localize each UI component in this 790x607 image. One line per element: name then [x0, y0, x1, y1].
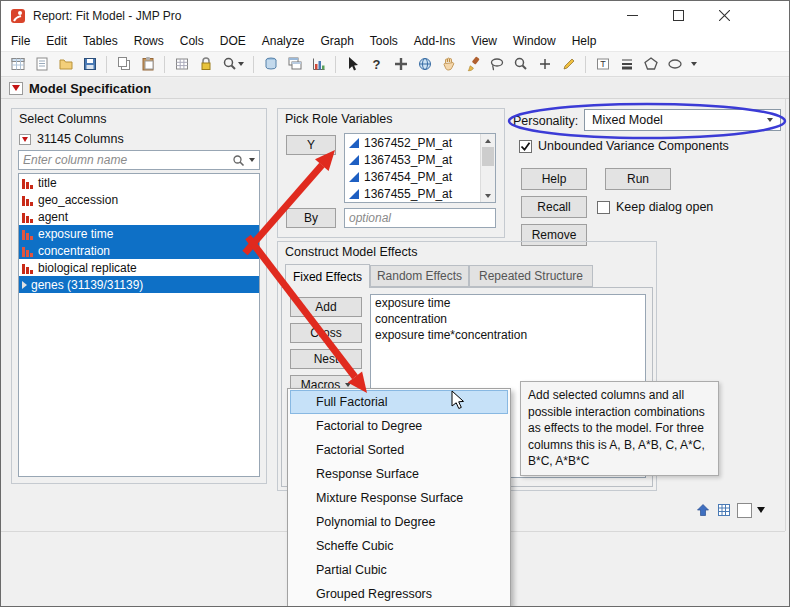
search-icon[interactable]	[218, 54, 248, 75]
minimize-button[interactable]	[609, 1, 655, 29]
menu-add-ins[interactable]: Add-Ins	[406, 32, 463, 50]
effect-item[interactable]: exposure time*concentration	[371, 327, 645, 343]
menu-window[interactable]: Window	[505, 32, 564, 50]
menu-item-mixture-response-surface[interactable]: Mixture Response Surface	[290, 486, 508, 510]
scroll-up-arrow-icon[interactable]	[481, 134, 495, 147]
by-input[interactable]	[345, 211, 495, 225]
brush-tool-icon[interactable]	[461, 54, 484, 75]
tab-repeated-structure[interactable]: Repeated Structure	[469, 265, 593, 287]
menu-doe[interactable]: DOE	[212, 32, 254, 50]
new-journal-icon[interactable]	[30, 54, 53, 75]
page-title: Model Specification	[29, 81, 151, 96]
scroll-to-top-icon[interactable]	[695, 502, 711, 518]
menu-help[interactable]: Help	[564, 32, 605, 50]
column-search-input[interactable]	[19, 153, 228, 167]
effect-item[interactable]: exposure time	[371, 295, 645, 311]
column-item-biological-replicate[interactable]: biological replicate	[19, 259, 259, 276]
search-dropdown-icon[interactable]	[238, 62, 244, 66]
disclosure-icon[interactable]	[9, 82, 23, 95]
lock-icon[interactable]	[194, 54, 217, 75]
tab-fixed-effects[interactable]: Fixed Effects	[285, 264, 370, 288]
run-button[interactable]: Run	[605, 168, 671, 190]
scroll-down-arrow-icon[interactable]	[481, 189, 495, 202]
arrow-tool-icon[interactable]	[341, 54, 364, 75]
crosshair-tool-icon[interactable]	[389, 54, 412, 75]
add-button[interactable]: Add	[290, 297, 362, 317]
maximize-button[interactable]	[655, 1, 701, 29]
menu-item-response-surface[interactable]: Response Surface	[290, 462, 508, 486]
y-variable-item[interactable]: 1367453_PM_at	[345, 151, 495, 168]
text-tool-icon[interactable]: T	[591, 54, 614, 75]
menu-item-grouped-regressors[interactable]: Grouped Regressors	[290, 582, 508, 606]
column-item-genes[interactable]: genes (31139/31139)	[19, 276, 259, 293]
zoom-tool-icon[interactable]	[509, 54, 532, 75]
plus-tool-icon[interactable]	[533, 54, 556, 75]
open-icon[interactable]	[54, 54, 77, 75]
graph-builder-icon[interactable]	[307, 54, 330, 75]
y-variable-item[interactable]: 1367454_PM_at	[345, 168, 495, 185]
menu-analyze[interactable]: Analyze	[254, 32, 313, 50]
help-tool-icon[interactable]: ?	[365, 54, 388, 75]
unbounded-variance-checkbox[interactable]	[519, 140, 532, 153]
search-filter-dropdown-icon[interactable]	[249, 158, 255, 162]
scrollbar-thumb[interactable]	[482, 147, 494, 166]
shape-tool-icon[interactable]	[639, 54, 662, 75]
nest-button[interactable]: Nest	[290, 349, 362, 369]
database-icon[interactable]	[259, 54, 282, 75]
help-button[interactable]: Help	[521, 168, 587, 190]
statusbar-dropdown-icon[interactable]	[757, 507, 765, 513]
toolbar-overflow-icon[interactable]	[687, 54, 701, 75]
paste-icon[interactable]	[136, 54, 159, 75]
y-variables-list[interactable]: 1367452_PM_at 1367453_PM_at 1367454_PM_a…	[344, 133, 496, 203]
y-list-scrollbar[interactable]	[480, 134, 495, 202]
window-list-icon[interactable]	[283, 54, 306, 75]
menu-item-scheffe-cubic[interactable]: Scheffe Cubic	[290, 534, 508, 558]
recall-button[interactable]: Recall	[521, 196, 587, 218]
menu-item-partial-cubic[interactable]: Partial Cubic	[290, 558, 508, 582]
by-role-button[interactable]: By	[286, 208, 336, 228]
menu-edit[interactable]: Edit	[38, 32, 75, 50]
preview-swatch[interactable]	[737, 503, 752, 518]
menu-cols[interactable]: Cols	[172, 32, 212, 50]
column-item-agent[interactable]: agent	[19, 208, 259, 225]
column-item-exposure-time[interactable]: exposure time	[19, 225, 259, 242]
globe-tool-icon[interactable]	[413, 54, 436, 75]
column-item-concentration[interactable]: concentration	[19, 242, 259, 259]
construct-model-effects-title: Construct Model Effects	[285, 245, 417, 259]
menu-rows[interactable]: Rows	[126, 32, 172, 50]
jmp-window: Report: Fit Model - JMP Pro File Edit Ta…	[0, 0, 790, 607]
effect-item[interactable]: concentration	[371, 311, 645, 327]
cross-button[interactable]: Cross	[290, 323, 362, 343]
keep-dialog-open-checkbox[interactable]	[597, 201, 610, 214]
oval-tool-icon[interactable]	[663, 54, 686, 75]
menu-item-polynomial-to-degree[interactable]: Polynomial to Degree	[290, 510, 508, 534]
close-button[interactable]	[701, 1, 747, 29]
menu-item-factorial-sorted[interactable]: Factorial Sorted	[290, 438, 508, 462]
y-role-button[interactable]: Y	[286, 135, 336, 155]
menu-item-factorial-to-degree[interactable]: Factorial to Degree	[290, 414, 508, 438]
y-variable-item[interactable]: 1367452_PM_at	[345, 134, 495, 151]
y-variable-item[interactable]: 1367455_PM_at	[345, 185, 495, 202]
menu-tables[interactable]: Tables	[75, 32, 126, 50]
menu-file[interactable]: File	[3, 32, 38, 50]
tab-random-effects[interactable]: Random Effects	[370, 265, 469, 287]
grid-icon[interactable]	[170, 54, 193, 75]
menu-item-full-factorial[interactable]: Full Factorial	[290, 390, 508, 414]
hand-tool-icon[interactable]	[437, 54, 460, 75]
line-style-tool-icon[interactable]	[615, 54, 638, 75]
lasso-tool-icon[interactable]	[485, 54, 508, 75]
columns-list[interactable]: title geo_accession agent exposure time …	[18, 173, 260, 477]
column-item-title[interactable]: title	[19, 174, 259, 191]
menu-view[interactable]: View	[463, 32, 505, 50]
new-data-table-icon[interactable]	[6, 54, 29, 75]
copy-icon[interactable]	[112, 54, 135, 75]
personality-combobox[interactable]: Mixed Model	[584, 109, 781, 131]
save-icon[interactable]	[78, 54, 101, 75]
data-grid-icon[interactable]	[716, 502, 732, 518]
pencil-tool-icon[interactable]	[557, 54, 580, 75]
menu-tools[interactable]: Tools	[362, 32, 406, 50]
menu-graph[interactable]: Graph	[312, 32, 361, 50]
column-item-geo-accession[interactable]: geo_accession	[19, 191, 259, 208]
columns-menu-icon[interactable]	[19, 134, 31, 145]
expand-chevron-icon[interactable]	[22, 281, 27, 289]
